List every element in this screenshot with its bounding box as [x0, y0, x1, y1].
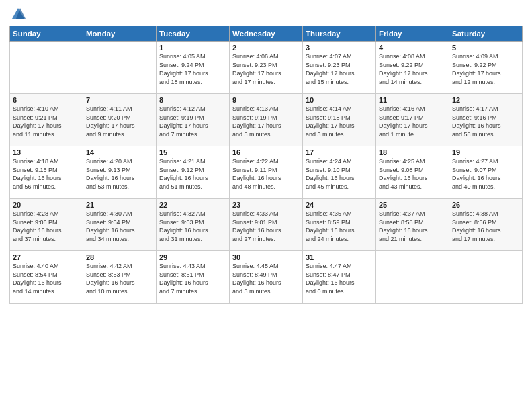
day-cell: 2Sunrise: 4:06 AM Sunset: 9:23 PM Daylig…	[230, 42, 303, 94]
day-info: Sunrise: 4:05 AM Sunset: 9:24 PM Dayligh…	[159, 52, 226, 86]
day-number: 20	[13, 201, 80, 209]
day-cell: 31Sunrise: 4:47 AM Sunset: 8:47 PM Dayli…	[303, 251, 376, 304]
header	[9, 7, 523, 21]
day-cell: 12Sunrise: 4:17 AM Sunset: 9:16 PM Dayli…	[449, 94, 523, 146]
week-row-4: 20Sunrise: 4:28 AM Sunset: 9:06 PM Dayli…	[10, 199, 523, 251]
day-number: 8	[159, 96, 226, 104]
day-info: Sunrise: 4:40 AM Sunset: 8:54 PM Dayligh…	[13, 262, 80, 295]
day-cell: 28Sunrise: 4:42 AM Sunset: 8:53 PM Dayli…	[83, 251, 157, 304]
day-info: Sunrise: 4:28 AM Sunset: 9:06 PM Dayligh…	[13, 210, 80, 243]
day-number: 3	[306, 44, 373, 52]
day-number: 24	[306, 201, 373, 209]
day-info: Sunrise: 4:37 AM Sunset: 8:58 PM Dayligh…	[379, 210, 446, 243]
weekday-sunday: Sunday	[10, 26, 83, 42]
week-row-2: 6Sunrise: 4:10 AM Sunset: 9:21 PM Daylig…	[10, 94, 523, 146]
day-cell: 27Sunrise: 4:40 AM Sunset: 8:54 PM Dayli…	[10, 251, 83, 304]
logo-icon	[11, 7, 26, 21]
day-info: Sunrise: 4:18 AM Sunset: 9:15 PM Dayligh…	[13, 157, 80, 191]
day-number: 17	[306, 148, 373, 156]
calendar-page: SundayMondayTuesdayWednesdayThursdayFrid…	[0, 0, 532, 411]
day-cell: 30Sunrise: 4:45 AM Sunset: 8:49 PM Dayli…	[230, 251, 303, 304]
weekday-friday: Friday	[376, 26, 449, 42]
day-number: 18	[379, 148, 446, 156]
day-number: 26	[452, 201, 519, 209]
day-info: Sunrise: 4:08 AM Sunset: 9:22 PM Dayligh…	[379, 52, 446, 86]
day-number: 2	[232, 44, 300, 52]
day-info: Sunrise: 4:10 AM Sunset: 9:21 PM Dayligh…	[13, 105, 80, 138]
day-number: 1	[159, 44, 226, 52]
day-cell: 17Sunrise: 4:24 AM Sunset: 9:10 PM Dayli…	[303, 146, 376, 199]
day-number: 19	[452, 148, 519, 156]
day-number: 15	[159, 148, 226, 156]
day-cell: 22Sunrise: 4:32 AM Sunset: 9:03 PM Dayli…	[157, 199, 230, 251]
day-info: Sunrise: 4:33 AM Sunset: 9:01 PM Dayligh…	[232, 210, 300, 243]
weekday-saturday: Saturday	[449, 26, 523, 42]
week-row-1: 1Sunrise: 4:05 AM Sunset: 9:24 PM Daylig…	[10, 42, 523, 94]
day-cell: 1Sunrise: 4:05 AM Sunset: 9:24 PM Daylig…	[157, 42, 230, 94]
day-cell	[83, 42, 157, 94]
weekday-thursday: Thursday	[303, 26, 376, 42]
day-info: Sunrise: 4:11 AM Sunset: 9:20 PM Dayligh…	[86, 105, 153, 138]
day-number: 29	[159, 253, 226, 261]
day-number: 23	[232, 201, 300, 209]
day-cell: 4Sunrise: 4:08 AM Sunset: 9:22 PM Daylig…	[376, 42, 449, 94]
day-info: Sunrise: 4:17 AM Sunset: 9:16 PM Dayligh…	[452, 105, 519, 138]
day-cell: 26Sunrise: 4:38 AM Sunset: 8:56 PM Dayli…	[449, 199, 523, 251]
day-cell: 6Sunrise: 4:10 AM Sunset: 9:21 PM Daylig…	[10, 94, 83, 146]
day-number: 28	[86, 253, 153, 261]
day-cell: 13Sunrise: 4:18 AM Sunset: 9:15 PM Dayli…	[10, 146, 83, 199]
day-info: Sunrise: 4:24 AM Sunset: 9:10 PM Dayligh…	[306, 157, 373, 191]
day-cell: 24Sunrise: 4:35 AM Sunset: 8:59 PM Dayli…	[303, 199, 376, 251]
day-cell: 25Sunrise: 4:37 AM Sunset: 8:58 PM Dayli…	[376, 199, 449, 251]
day-number: 25	[379, 201, 446, 209]
day-info: Sunrise: 4:47 AM Sunset: 8:47 PM Dayligh…	[306, 262, 373, 295]
day-number: 30	[232, 253, 300, 261]
day-number: 31	[306, 253, 373, 261]
day-info: Sunrise: 4:35 AM Sunset: 8:59 PM Dayligh…	[306, 210, 373, 243]
weekday-monday: Monday	[83, 26, 157, 42]
day-info: Sunrise: 4:42 AM Sunset: 8:53 PM Dayligh…	[86, 262, 153, 295]
day-info: Sunrise: 4:25 AM Sunset: 9:08 PM Dayligh…	[379, 157, 446, 191]
day-info: Sunrise: 4:09 AM Sunset: 9:22 PM Dayligh…	[452, 52, 519, 86]
day-cell: 11Sunrise: 4:16 AM Sunset: 9:17 PM Dayli…	[376, 94, 449, 146]
day-info: Sunrise: 4:43 AM Sunset: 8:51 PM Dayligh…	[159, 262, 226, 295]
day-info: Sunrise: 4:06 AM Sunset: 9:23 PM Dayligh…	[232, 52, 300, 86]
day-cell: 7Sunrise: 4:11 AM Sunset: 9:20 PM Daylig…	[83, 94, 157, 146]
day-cell: 9Sunrise: 4:13 AM Sunset: 9:19 PM Daylig…	[230, 94, 303, 146]
day-number: 11	[379, 96, 446, 104]
day-info: Sunrise: 4:38 AM Sunset: 8:56 PM Dayligh…	[452, 210, 519, 243]
day-cell: 19Sunrise: 4:27 AM Sunset: 9:07 PM Dayli…	[449, 146, 523, 199]
day-info: Sunrise: 4:45 AM Sunset: 8:49 PM Dayligh…	[232, 262, 300, 295]
week-row-3: 13Sunrise: 4:18 AM Sunset: 9:15 PM Dayli…	[10, 146, 523, 199]
day-cell: 14Sunrise: 4:20 AM Sunset: 9:13 PM Dayli…	[83, 146, 157, 199]
day-number: 5	[452, 44, 519, 52]
day-number: 16	[232, 148, 300, 156]
day-number: 22	[159, 201, 226, 209]
day-info: Sunrise: 4:20 AM Sunset: 9:13 PM Dayligh…	[86, 157, 153, 191]
day-cell: 29Sunrise: 4:43 AM Sunset: 8:51 PM Dayli…	[157, 251, 230, 304]
day-cell: 23Sunrise: 4:33 AM Sunset: 9:01 PM Dayli…	[230, 199, 303, 251]
day-cell: 18Sunrise: 4:25 AM Sunset: 9:08 PM Dayli…	[376, 146, 449, 199]
day-number: 6	[13, 96, 80, 104]
day-info: Sunrise: 4:27 AM Sunset: 9:07 PM Dayligh…	[452, 157, 519, 191]
weekday-wednesday: Wednesday	[230, 26, 303, 42]
weekday-tuesday: Tuesday	[157, 26, 230, 42]
day-number: 12	[452, 96, 519, 104]
day-info: Sunrise: 4:07 AM Sunset: 9:23 PM Dayligh…	[306, 52, 373, 86]
day-cell: 10Sunrise: 4:14 AM Sunset: 9:18 PM Dayli…	[303, 94, 376, 146]
day-info: Sunrise: 4:30 AM Sunset: 9:04 PM Dayligh…	[86, 210, 153, 243]
day-number: 10	[306, 96, 373, 104]
week-row-5: 27Sunrise: 4:40 AM Sunset: 8:54 PM Dayli…	[10, 251, 523, 304]
day-number: 13	[13, 148, 80, 156]
day-cell	[10, 42, 83, 94]
day-cell: 5Sunrise: 4:09 AM Sunset: 9:22 PM Daylig…	[449, 42, 523, 94]
day-number: 4	[379, 44, 446, 52]
day-cell: 20Sunrise: 4:28 AM Sunset: 9:06 PM Dayli…	[10, 199, 83, 251]
day-cell	[376, 251, 449, 304]
logo	[9, 7, 26, 21]
day-number: 21	[86, 201, 153, 209]
day-cell: 3Sunrise: 4:07 AM Sunset: 9:23 PM Daylig…	[303, 42, 376, 94]
day-info: Sunrise: 4:32 AM Sunset: 9:03 PM Dayligh…	[159, 210, 226, 243]
day-cell	[449, 251, 523, 304]
calendar-table: SundayMondayTuesdayWednesdayThursdayFrid…	[9, 26, 523, 304]
